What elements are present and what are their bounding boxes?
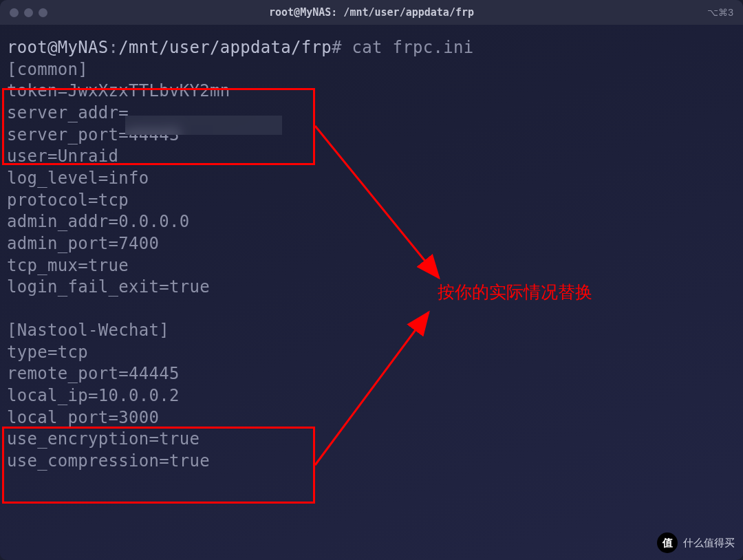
command-text: cat frpc.ini [352, 38, 473, 57]
blank-line [7, 299, 736, 320]
output-line: user=Unraid [7, 146, 736, 168]
titlebar: root@MyNAS: /mnt/user/appdata/frp ⌥⌘3 [0, 0, 743, 25]
traffic-lights [10, 8, 47, 17]
watermark-badge-icon: 值 [657, 532, 678, 553]
redacted-server-addr [125, 116, 282, 135]
minimize-button[interactable] [24, 8, 33, 17]
output-line: server_addr= [7, 103, 736, 125]
watermark-text: 什么值得买 [683, 537, 735, 550]
close-button[interactable] [10, 8, 19, 17]
prompt-user-host: root@MyNAS [7, 38, 109, 57]
output-line: token=JwxXzxTTLbvKY2mn [7, 80, 736, 103]
output-line: [Nastool-Wechat] [7, 320, 736, 342]
output-line: local_ip=10.0.0.2 [7, 385, 736, 407]
output-line: use_compression=true [7, 451, 736, 473]
output-line: remote_port=44445 [7, 363, 736, 385]
output-line: local_port=3000 [7, 407, 736, 429]
output-line: admin_port=7400 [7, 233, 736, 255]
output-line: use_encryption=true [7, 429, 736, 451]
terminal-window: root@MyNAS: /mnt/user/appdata/frp ⌥⌘3 ro… [0, 0, 743, 560]
output-line: [common] [7, 59, 736, 81]
prompt-colon: : [109, 38, 119, 57]
output-line: server_port=44443 [7, 125, 736, 147]
maximize-button[interactable] [39, 8, 47, 17]
prompt-line: root@MyNAS:/mnt/user/appdata/frp# cat fr… [7, 37, 736, 59]
annotation-text: 按你的实际情况替换 [438, 281, 592, 303]
output-line: admin_addr=0.0.0.0 [7, 211, 736, 233]
prompt-path: /mnt/user/appdata/frp [118, 38, 332, 57]
prompt-hash: # [332, 38, 342, 57]
watermark: 值 什么值得买 [657, 532, 735, 553]
output-line: log_level=info [7, 168, 736, 190]
window-shortcut: ⌥⌘3 [707, 7, 733, 18]
terminal-output[interactable]: root@MyNAS:/mnt/user/appdata/frp# cat fr… [0, 25, 743, 480]
output-line: protocol=tcp [7, 190, 736, 212]
output-line: tcp_mux=true [7, 255, 736, 277]
window-title: root@MyNAS: /mnt/user/appdata/frp [269, 6, 474, 19]
output-line: type=tcp [7, 342, 736, 364]
output-line: login_fail_exit=true [7, 277, 736, 299]
